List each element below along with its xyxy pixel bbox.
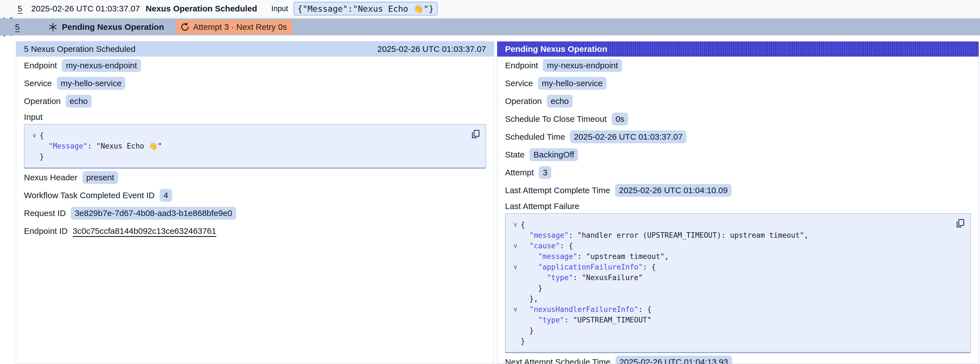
scheduled-panel-title: 5 Nexus Operation Scheduled <box>24 44 135 54</box>
json-line: } <box>510 283 951 294</box>
field-label: Request ID <box>24 209 66 218</box>
retry-badge-text: Attempt 3 · Next Retry 0s <box>193 22 287 32</box>
field-value-badge: BackingOff <box>530 148 578 161</box>
pending-panel-header: Pending Nexus Operation <box>497 42 978 57</box>
event-title: Nexus Operation Scheduled <box>146 4 257 13</box>
field-request-id: Request ID 3e829b7e-7d67-4b08-aad3-b1e86… <box>16 204 494 222</box>
field-workflow-task-completed-event-id: Workflow Task Completed Event ID 4 <box>16 187 494 204</box>
field-value-badge: 2025-02-26 UTC 01:04:10.09 <box>615 184 732 197</box>
field-label: Workflow Task Completed Event ID <box>24 191 154 200</box>
field-label: Endpoint ID <box>24 226 68 236</box>
collapse-chevron-icon[interactable]: ∨ <box>510 241 521 251</box>
field-value-badge: 2025-02-26 UTC 01:03:37.07 <box>570 131 686 143</box>
pending-operation-panel: Pending Nexus Operation Endpoint my-nexu… <box>497 41 979 364</box>
field-value-badge: 3e829b7e-7d67-4b08-aad3-b1e868bfe9e0 <box>71 207 236 220</box>
json-line: } <box>510 336 951 346</box>
input-json-viewer: ∨{ "Message": "Nexus Echo 👋"} <box>24 124 486 169</box>
json-line-text: { <box>40 130 44 141</box>
json-line: "Message": "Nexus Echo 👋" <box>29 141 466 151</box>
json-line: "type": "UPSTREAM_TIMEOUT" <box>510 315 951 325</box>
field-state: State BackingOff <box>497 146 978 164</box>
field-label: Service <box>24 78 52 88</box>
field-label: Endpoint <box>505 61 538 70</box>
json-line: "type": "NexusFailure" <box>510 272 951 283</box>
field-attempt: Attempt 3 <box>497 164 978 182</box>
json-line: ∨{ <box>510 219 951 230</box>
field-endpoint-id: Endpoint ID 3c0c75ccfa8144b092c13ce63246… <box>16 222 494 240</box>
pending-asterisk-icon <box>48 22 58 32</box>
scheduled-panel-header: 5 Nexus Operation Scheduled 2025-02-26 U… <box>16 42 494 57</box>
event-timestamp: 2025-02-26 UTC 01:03:37.07 <box>31 4 140 13</box>
field-value-badge: my-nexus-endpoint <box>62 59 141 72</box>
copy-icon[interactable] <box>471 129 480 139</box>
field-schedule-to-close-timeout: Schedule To Close Timeout 0s <box>497 110 978 128</box>
event-input-label: Input <box>271 4 288 13</box>
json-line: ∨ "applicationFailureInfo": { <box>510 262 951 272</box>
json-line-text: } <box>521 283 542 294</box>
field-value-badge: 2025-02-26 UTC 01:04:13.93 <box>616 356 732 364</box>
field-value-badge: my-hello-service <box>57 77 126 90</box>
field-value-badge: echo <box>547 95 573 108</box>
field-scheduled-time: Scheduled Time 2025-02-26 UTC 01:03:37.0… <box>497 128 978 146</box>
field-value-badge: 4 <box>160 189 172 202</box>
failure-section-label: Last Attempt Failure <box>497 199 978 213</box>
field-label: Schedule To Close Timeout <box>505 114 607 124</box>
collapse-chevron-icon[interactable]: ∨ <box>510 304 521 315</box>
json-line-text: "message": "handler error (UPSTREAM_TIME… <box>521 230 808 241</box>
json-line-text: } <box>40 151 44 162</box>
field-label: State <box>505 150 525 160</box>
field-value-badge: my-nexus-endpoint <box>543 59 622 72</box>
scheduled-panel-timestamp: 2025-02-26 UTC 01:03:37.07 <box>377 44 486 54</box>
event-id-link[interactable]: 5 <box>18 4 22 13</box>
json-line: }, <box>510 294 951 304</box>
collapse-chevron-icon[interactable]: ∨ <box>29 130 40 141</box>
json-line: "message": "upstream timeout", <box>510 251 951 262</box>
scheduled-event-panel: 5 Nexus Operation Scheduled 2025-02-26 U… <box>16 41 494 364</box>
endpoint-id-link[interactable]: 3c0c75ccfa8144b092c13ce632463761 <box>73 226 216 236</box>
pending-panel-title: Pending Nexus Operation <box>505 44 607 54</box>
field-service: Service my-hello-service <box>497 74 978 92</box>
field-label: Next Attempt Schedule Time <box>505 357 611 364</box>
field-label: Nexus Header <box>24 173 78 182</box>
field-value-badge: echo <box>66 95 92 108</box>
json-line: ∨{ <box>29 130 466 141</box>
input-section-label: Input <box>16 110 494 124</box>
json-line-text: }, <box>521 294 538 304</box>
json-line: "message": "handler error (UPSTREAM_TIME… <box>510 230 951 241</box>
field-label: Operation <box>24 96 61 106</box>
json-line: } <box>510 325 951 336</box>
field-label: Scheduled Time <box>505 132 565 142</box>
json-line-text: } <box>521 336 525 346</box>
retry-status-badge: Attempt 3 · Next Retry 0s <box>177 20 292 34</box>
pending-operation-row[interactable]: 5 Pending Nexus Operation Attempt 3 · Ne… <box>0 18 980 35</box>
json-line-text: "Message": "Nexus Echo 👋" <box>40 141 162 151</box>
field-operation: Operation echo <box>16 92 494 110</box>
collapse-chevron-icon[interactable]: ∨ <box>510 262 521 272</box>
field-value-badge: present <box>83 171 118 184</box>
pending-id-link[interactable]: 5 <box>15 22 20 32</box>
json-line-text: "type": "UPSTREAM_TIMEOUT" <box>521 315 652 325</box>
json-line-text: "message": "upstream timeout", <box>521 251 669 262</box>
field-label: Endpoint <box>24 61 57 70</box>
field-label: Service <box>505 78 533 88</box>
field-label: Last Attempt Complete Time <box>505 186 610 195</box>
field-value-badge: 0s <box>612 113 628 125</box>
json-line-text: "applicationFailureInfo": { <box>521 262 656 272</box>
field-endpoint: Endpoint my-nexus-endpoint <box>497 57 978 74</box>
field-label: Operation <box>505 96 542 106</box>
copy-icon[interactable] <box>955 218 965 228</box>
field-service: Service my-hello-service <box>16 74 494 92</box>
retry-icon <box>180 22 190 32</box>
event-row-scheduled[interactable]: 5 2025-02-26 UTC 01:03:37.07 Nexus Opera… <box>0 0 980 18</box>
pending-title: Pending Nexus Operation <box>62 22 164 32</box>
collapse-chevron-icon[interactable]: ∨ <box>510 219 521 230</box>
field-operation: Operation echo <box>497 92 978 110</box>
json-line-text: "nexusHandlerFailureInfo": { <box>521 304 652 315</box>
json-line-text: "cause": { <box>521 241 573 251</box>
field-value-badge: 3 <box>539 166 551 179</box>
field-nexus-header: Nexus Header present <box>16 169 494 187</box>
json-line-text: } <box>521 325 534 336</box>
event-input-preview: {"Message":"Nexus Echo 👋"} <box>294 2 438 15</box>
json-line: ∨ "nexusHandlerFailureInfo": { <box>510 304 951 315</box>
json-line: ∨ "cause": { <box>510 241 951 251</box>
